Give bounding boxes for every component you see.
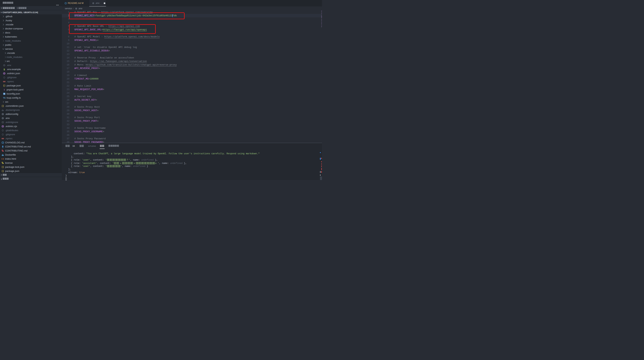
svg-text:!: ! [4, 88, 5, 91]
svg-text:npm: npm [3, 81, 5, 82]
svg-text:$: $ [4, 68, 5, 71]
svg-text:npm: npm [2, 138, 4, 139]
svg-text:TS: TS [3, 93, 5, 95]
svg-text:TS: TS [3, 97, 5, 99]
